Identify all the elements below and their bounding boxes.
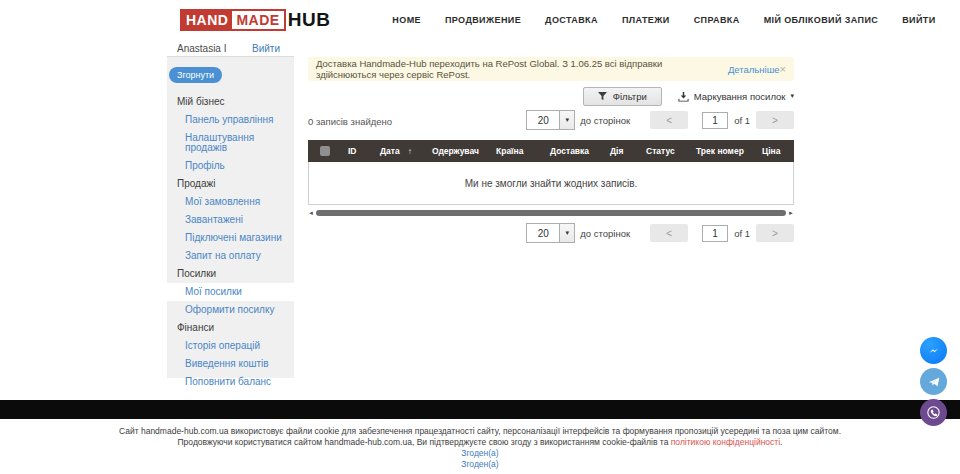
cookie-notice: Сайт handmade-hub.com.ua використовує фа…	[0, 426, 960, 470]
logout-link[interactable]: Вийти	[252, 43, 280, 54]
page-size-value: 20	[527, 111, 559, 129]
cookie-line-2: Продовжуючи користуватися сайтом handmad…	[0, 437, 960, 448]
page-of-label: of 1	[734, 115, 750, 126]
cookie-line-2-suffix: .	[780, 437, 782, 447]
user-bar: Anastasia I Вийти	[167, 40, 294, 57]
sidebar-item-connected-shops[interactable]: Підключені магазини	[167, 229, 294, 247]
sidebar-item-create-parcel[interactable]: Оформити посилку	[167, 301, 294, 319]
logo-hand: HAND	[182, 11, 232, 29]
cookie-line-1: Сайт handmade-hub.com.ua використовує фа…	[0, 426, 960, 437]
download-icon	[678, 91, 689, 102]
footer-bar	[0, 400, 960, 419]
chevron-down-icon: ▾	[559, 111, 574, 129]
scrollbar-thumb[interactable]	[316, 210, 786, 216]
sidebar-item-top-up-balance[interactable]: Поповнити баланс	[167, 373, 294, 391]
prev-page-button[interactable]: <	[650, 111, 688, 129]
col-header-delivery[interactable]: Доставка	[544, 140, 604, 162]
cookie-agree-link-2[interactable]: Згоден(а)	[0, 459, 960, 470]
next-page-button[interactable]: >	[756, 224, 794, 242]
per-page-label: до сторінок	[580, 228, 630, 239]
sidebar-item-my-orders[interactable]: Мої замовлення	[167, 193, 294, 211]
logo-box: HAND MADE	[180, 9, 286, 31]
parcel-marking-button[interactable]: Маркування посилок ▾	[678, 91, 794, 102]
top-header: HAND MADE HUB HOME ПРОДВИЖЕНИЕ ДОСТАВКА …	[0, 0, 960, 40]
logo[interactable]: HAND MADE HUB	[180, 9, 330, 31]
next-page-button[interactable]: >	[756, 111, 794, 129]
filters-button-label: Фільтри	[613, 91, 647, 102]
select-all-cell	[308, 140, 342, 162]
sidebar-item-uploaded[interactable]: Завантажені	[167, 211, 294, 229]
nav-home[interactable]: HOME	[392, 15, 421, 25]
page-size-select[interactable]: 20 ▾	[526, 223, 575, 243]
sidebar-section-sales: Продажі	[167, 175, 294, 193]
scroll-right-icon[interactable]: ►	[788, 210, 794, 217]
nav-delivery[interactable]: ДОСТАВКА	[545, 15, 598, 25]
horizontal-scrollbar: ◄ ►	[308, 209, 794, 218]
messenger-icon	[926, 343, 942, 359]
sidebar-item-payment-request[interactable]: Запит на оплату	[167, 247, 294, 265]
per-page-label: до сторінок	[580, 115, 630, 126]
page-of-label: of 1	[734, 228, 750, 239]
banner-details-link[interactable]: Детальніше	[728, 64, 780, 75]
sidebar-menu: Мій бізнес Панель управління Налаштуванн…	[167, 93, 294, 391]
empty-message: Ми не змогли знайти жодних записів.	[465, 178, 638, 189]
page-size-value: 20	[527, 224, 559, 242]
sidebar-section-my-business: Мій бізнес	[167, 93, 294, 111]
filter-funnel-icon	[598, 92, 607, 101]
select-all-checkbox[interactable]	[320, 146, 330, 156]
current-page-input[interactable]	[702, 112, 728, 129]
parcels-table: ID Дата ↑ Одержувач Країна Доставка Дія …	[308, 140, 794, 205]
sidebar: Згорнути Мій бізнес Панель управління На…	[167, 57, 294, 378]
cookie-line-2-text: Продовжуючи користуватися сайтом handmad…	[178, 437, 671, 447]
nav-logout[interactable]: ВИЙТИ	[902, 15, 935, 25]
table-header-row: ID Дата ↑ Одержувач Країна Доставка Дія …	[308, 140, 794, 162]
close-icon[interactable]: ×	[780, 63, 786, 75]
nav-payments[interactable]: ПЛАТЕЖИ	[622, 15, 670, 25]
collapse-sidebar-button[interactable]: Згорнути	[169, 67, 222, 83]
sidebar-item-my-parcels[interactable]: Мої посилки	[167, 283, 294, 301]
toolbar: Фільтри Маркування посилок ▾	[308, 86, 794, 106]
chevron-down-icon: ▾	[790, 92, 794, 100]
col-header-action[interactable]: Дія	[604, 140, 640, 162]
pagination-top: 20 ▾ до сторінок < of 1 >	[526, 110, 794, 130]
pagination-bottom-row: 20 ▾ до сторінок < of 1 >	[308, 223, 794, 245]
col-header-recipient[interactable]: Одержувач	[426, 140, 490, 162]
sort-asc-icon[interactable]: ↑	[408, 147, 412, 156]
records-count: 0 записів знайдено	[308, 116, 392, 127]
filters-button[interactable]: Фільтри	[583, 87, 662, 106]
messenger-button[interactable]	[920, 337, 947, 364]
records-row: 0 записів знайдено 20 ▾ до сторінок < of…	[308, 110, 794, 132]
sidebar-item-sales-settings[interactable]: Налаштування продажів	[167, 129, 294, 157]
col-header-status[interactable]: Статус	[640, 140, 690, 162]
main-nav: HOME ПРОДВИЖЕНИЕ ДОСТАВКА ПЛАТЕЖИ СПРАВК…	[392, 15, 935, 25]
nav-promotion[interactable]: ПРОДВИЖЕНИЕ	[445, 15, 521, 25]
scroll-left-icon[interactable]: ◄	[308, 210, 314, 217]
privacy-policy-link[interactable]: політикою конфіденційності	[671, 437, 780, 447]
sidebar-item-profile[interactable]: Профіль	[167, 157, 294, 175]
sidebar-item-withdraw-funds[interactable]: Виведення коштів	[167, 355, 294, 373]
viber-button[interactable]	[920, 399, 947, 426]
parcel-marking-label: Маркування посилок	[694, 91, 786, 102]
col-header-track-number[interactable]: Трек номер	[690, 140, 756, 162]
pagination-bottom: 20 ▾ до сторінок < of 1 >	[526, 223, 794, 243]
logo-hub: HUB	[288, 9, 331, 31]
col-header-price[interactable]: Ціна	[756, 140, 794, 162]
sidebar-item-operations-history[interactable]: Історія операцій	[167, 337, 294, 355]
user-name: Anastasia I	[177, 43, 226, 54]
nav-help[interactable]: СПРАВКА	[694, 15, 740, 25]
nav-my-account[interactable]: МІЙ ОБЛІКОВИЙ ЗАПИС	[764, 15, 879, 25]
col-header-date[interactable]: Дата ↑	[374, 140, 426, 162]
prev-page-button[interactable]: <	[650, 224, 688, 242]
col-header-id[interactable]: ID	[342, 140, 374, 162]
cookie-agree-link-1[interactable]: Згоден(а)	[0, 448, 960, 459]
logo-made: MADE	[232, 11, 283, 29]
sidebar-item-control-panel[interactable]: Панель управління	[167, 111, 294, 129]
notification-banner: Доставка Handmade-Hub переходить на RePo…	[308, 57, 794, 81]
telegram-button[interactable]	[920, 368, 947, 395]
banner-text: Доставка Handmade-Hub переходить на RePo…	[316, 58, 725, 80]
page-size-select[interactable]: 20 ▾	[526, 110, 575, 130]
sidebar-section-finance: Фінанси	[167, 319, 294, 337]
telegram-icon	[926, 374, 942, 390]
col-header-country[interactable]: Країна	[490, 140, 544, 162]
current-page-input[interactable]	[702, 225, 728, 242]
